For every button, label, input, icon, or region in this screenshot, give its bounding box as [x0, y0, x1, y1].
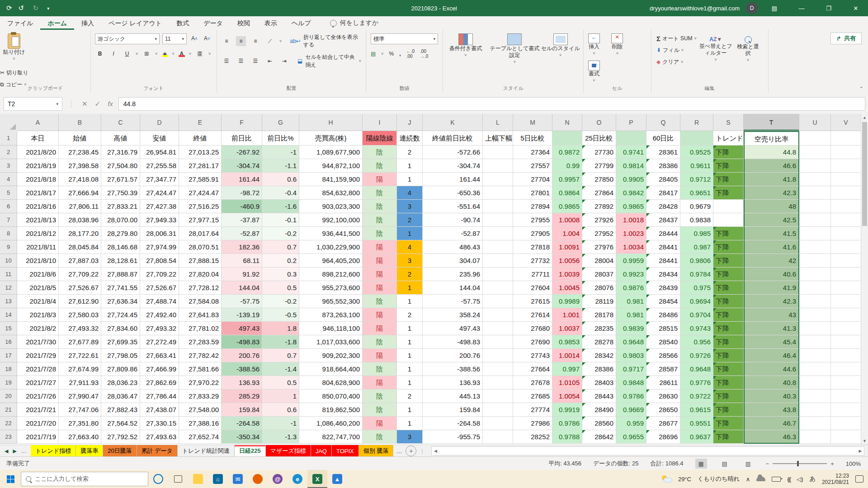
cell-E19[interactable]: 27,970.22 [179, 376, 222, 389]
cell-J2[interactable]: 2 [397, 145, 423, 159]
cell-T22[interactable]: 46.7 [744, 417, 799, 430]
cell-P18[interactable]: 0.9717 [616, 362, 646, 376]
cell-A10[interactable]: 2021/8/10 [17, 254, 59, 267]
cell-B8[interactable]: 28,177.20 [59, 227, 101, 240]
ribbon-tab-ファイル[interactable]: ファイル [0, 16, 40, 30]
font-name-combo[interactable]: 游ゴシック▾ [95, 33, 160, 44]
merge-center-button[interactable]: ⬓セルを結合して中央揃え˅ [297, 53, 361, 69]
cell-D9[interactable]: 27,974.99 [140, 240, 179, 254]
cell-N2[interactable]: 0.9872 [552, 145, 582, 159]
cell-K22[interactable]: -264.58 [423, 417, 483, 430]
cell-N11[interactable]: 1.0039 [552, 267, 582, 281]
cell-F3[interactable]: -304.74 [222, 159, 262, 173]
cell-I22[interactable]: 陽 [363, 417, 397, 430]
col-header-T[interactable]: T [744, 114, 799, 131]
sheet-more-left-icon[interactable]: … [21, 448, 26, 454]
cell-H6[interactable]: 903,023,300 [299, 200, 363, 213]
cell-M4[interactable]: 27704 [513, 173, 552, 186]
cell-F18[interactable]: -388.56 [222, 362, 262, 376]
cell-D8[interactable]: 28,006.31 [140, 227, 179, 240]
cell-J22[interactable]: 1 [397, 417, 423, 430]
cell-T15[interactable]: 41.3 [744, 322, 799, 335]
cell-O10[interactable]: 28004 [582, 254, 616, 267]
cell-V15[interactable] [831, 322, 861, 335]
cell-I12[interactable]: 陽 [363, 281, 397, 295]
zoom-out-icon[interactable]: − [766, 460, 769, 467]
cell-D7[interactable]: 27,949.33 [140, 213, 179, 227]
cell-Q12[interactable]: 28439 [646, 281, 680, 295]
cell-U3[interactable] [799, 159, 831, 173]
col-header-M[interactable]: M [513, 114, 552, 131]
cell-S17[interactable]: 下降 [713, 349, 744, 362]
undo-icon[interactable]: ↺˅ [19, 4, 27, 12]
cell-T5[interactable]: 42.3 [744, 186, 799, 200]
cell-J23[interactable]: 3 [397, 430, 423, 444]
increase-indent-icon[interactable]: ⇥ [279, 56, 289, 66]
cell-O3[interactable]: 27799 [582, 159, 616, 173]
cell-M1[interactable]: 5日比較 [513, 131, 552, 145]
cell-I14[interactable]: 陽 [363, 308, 397, 322]
cell-M8[interactable]: 27905 [513, 227, 552, 240]
cell-H18[interactable]: 918,664,400 [299, 362, 363, 376]
cell-G6[interactable]: -1.6 [262, 200, 299, 213]
cell-B23[interactable]: 27,663.40 [59, 430, 101, 444]
cell-S15[interactable]: 下降 [713, 322, 744, 335]
borders-button[interactable]: ⊞ [142, 49, 151, 59]
col-header-D[interactable]: D [140, 114, 179, 131]
cell-V1[interactable] [831, 131, 861, 145]
cell-N5[interactable]: 0.9864 [552, 186, 582, 200]
cell-Q20[interactable]: 28630 [646, 389, 680, 403]
cell-G16[interactable]: -1.8 [262, 335, 299, 349]
cell-B1[interactable]: 始値 [59, 131, 101, 145]
collapse-ribbon-icon[interactable]: ⌃ [859, 86, 863, 92]
cell-J11[interactable]: 2 [397, 267, 423, 281]
cell-H7[interactable]: 992,100,000 [299, 213, 363, 227]
cell-K7[interactable]: -90.74 [423, 213, 483, 227]
cell-O22[interactable]: 28560 [582, 417, 616, 430]
cell-B3[interactable]: 27,398.58 [59, 159, 101, 173]
sheet-tab-個別 騰落[interactable]: 個別 騰落 [359, 445, 394, 457]
cell-J9[interactable]: 4 [397, 240, 423, 254]
cell-O19[interactable]: 28403 [582, 376, 616, 389]
cell-K6[interactable]: -551.64 [423, 200, 483, 213]
cell-L11[interactable] [483, 267, 513, 281]
cell-K13[interactable]: -57.75 [423, 295, 483, 308]
cell-H5[interactable]: 854,632,800 [299, 186, 363, 200]
cell-V9[interactable] [831, 240, 861, 254]
cell-H15[interactable]: 946,118,100 [299, 322, 363, 335]
cell-I19[interactable]: 陽 [363, 376, 397, 389]
cell-S11[interactable]: 下降 [713, 267, 744, 281]
onedrive-icon[interactable] [756, 477, 765, 481]
sheet-prev-icon[interactable]: ◀ [5, 448, 8, 454]
cell-L7[interactable] [483, 213, 513, 227]
cell-O15[interactable]: 28235 [582, 322, 616, 335]
increase-font-icon[interactable]: A˄ [189, 33, 199, 43]
cell-G11[interactable]: 0.3 [262, 267, 299, 281]
zoom-in-icon[interactable]: + [830, 460, 834, 467]
cell-U13[interactable] [799, 295, 831, 308]
phonetic-guide-button[interactable]: 亜 [195, 49, 205, 59]
normal-view-icon[interactable]: ▦ [695, 459, 707, 469]
number-format-combo[interactable]: 標準▾ [371, 33, 438, 44]
cell-M13[interactable]: 27615 [513, 295, 552, 308]
cell-T17[interactable]: 46.4 [744, 349, 799, 362]
cell-G21[interactable]: 0.6 [262, 403, 299, 417]
cell-O21[interactable]: 28490 [582, 403, 616, 417]
cell-E15[interactable]: 27,781.02 [179, 322, 222, 335]
cell-F14[interactable]: -139.19 [222, 308, 262, 322]
cell-E7[interactable]: 27,977.15 [179, 213, 222, 227]
cell-P16[interactable]: 0.9648 [616, 335, 646, 349]
cell-J6[interactable]: 3 [397, 200, 423, 213]
cell-T3[interactable]: 46.6 [744, 159, 799, 173]
cell-E18[interactable]: 27,581.66 [179, 362, 222, 376]
cell-O23[interactable]: 28642 [582, 430, 616, 444]
fill-color-button[interactable]: ◈ [161, 51, 169, 57]
comma-icon[interactable]: , [399, 51, 401, 57]
cell-A14[interactable]: 2021/8/3 [17, 308, 59, 322]
cell-L13[interactable] [483, 295, 513, 308]
cell-R5[interactable]: 0.9651 [680, 186, 713, 200]
ribbon-tab-データ[interactable]: データ [196, 16, 230, 30]
horizontal-scrollbar[interactable]: ◀ ▶ [431, 446, 864, 455]
cell-L16[interactable] [483, 335, 513, 349]
wrap-text-button[interactable]: ab↩折り返して全体を表示する [290, 33, 361, 49]
